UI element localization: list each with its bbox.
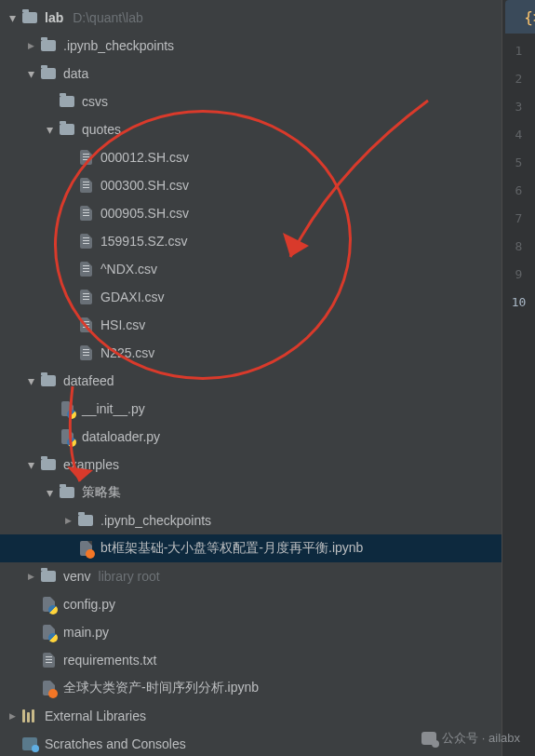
chevron-right-icon[interactable] bbox=[22, 568, 39, 585]
file-icon bbox=[76, 176, 95, 195]
tree-label: 000905.SH.csv bbox=[100, 206, 189, 221]
gutter-line-number: 8 bbox=[502, 233, 535, 261]
tree-label: requirements.txt bbox=[63, 653, 156, 668]
tree-item-file[interactable]: ^NDX.csv bbox=[0, 255, 502, 283]
tree-label: venv bbox=[63, 569, 91, 584]
tree-item-datafeed[interactable]: datafeed bbox=[0, 367, 502, 395]
chevron-down-icon[interactable] bbox=[22, 65, 39, 82]
tree-item-data[interactable]: data bbox=[0, 60, 502, 88]
editor-tab-badge[interactable]: {> bbox=[505, 0, 535, 34]
tree-label: main.py bbox=[63, 625, 109, 640]
tree-item-file[interactable]: N225.csv bbox=[0, 339, 502, 367]
tree-item-file[interactable]: 全球大类资产-时间序列分析.ipynb bbox=[0, 674, 502, 702]
tree-label: datafeed bbox=[63, 373, 114, 388]
tree-label: ^NDX.csv bbox=[100, 262, 157, 277]
tree-label: quotes bbox=[82, 122, 121, 137]
tree-label: GDAXI.csv bbox=[100, 290, 164, 304]
tree-label: bt框架基础-大小盘等权配置-月度再平衡.ipynb bbox=[100, 540, 363, 557]
gutter-line-number: 10 bbox=[502, 289, 535, 317]
tree-item-file[interactable]: 000905.SH.csv bbox=[0, 199, 502, 227]
tree-label: csvs bbox=[82, 94, 108, 109]
gutter-line-number: 2 bbox=[502, 65, 535, 93]
tree-label: data bbox=[63, 66, 88, 81]
tree-item-file[interactable]: config.py bbox=[0, 590, 502, 618]
scratches-icon bbox=[20, 735, 39, 753]
file-icon bbox=[76, 344, 95, 362]
watermark-text: 公众号 · ailabx bbox=[442, 730, 520, 747]
tree-label: lab bbox=[45, 10, 63, 25]
tree-root-lab[interactable]: lab D:\quant\lab bbox=[0, 4, 502, 32]
file-icon bbox=[39, 651, 58, 669]
tree-item-external-libraries[interactable]: External Libraries bbox=[0, 702, 502, 730]
tree-label: 000300.SH.csv bbox=[100, 178, 189, 193]
file-icon bbox=[76, 316, 95, 334]
file-icon bbox=[76, 232, 95, 250]
no-arrow bbox=[41, 93, 58, 110]
watermark: 公众号 · ailabx bbox=[421, 730, 520, 747]
editor-gutter: {> 12345678910 bbox=[502, 0, 535, 756]
tree-item-file[interactable]: HSI.csv bbox=[0, 311, 502, 339]
tree-item-quotes[interactable]: quotes bbox=[0, 115, 502, 143]
folder-icon bbox=[39, 36, 58, 55]
jupyter-file-icon bbox=[76, 539, 95, 558]
python-file-icon bbox=[39, 595, 58, 614]
tree-item-file[interactable]: __init__.py bbox=[0, 395, 502, 423]
folder-icon bbox=[20, 8, 39, 27]
tree-label: examples bbox=[63, 457, 119, 472]
gutter-line-number: 7 bbox=[502, 205, 535, 233]
chevron-down-icon[interactable] bbox=[4, 9, 20, 26]
tree-item-file[interactable]: 000012.SH.csv bbox=[0, 143, 502, 171]
tree-label: .ipynb_checkpoints bbox=[100, 513, 211, 528]
folder-icon bbox=[58, 92, 76, 111]
gutter-line-number: 3 bbox=[502, 93, 535, 121]
tree-label: 策略集 bbox=[82, 484, 121, 501]
tree-item-examples[interactable]: examples bbox=[0, 451, 502, 479]
file-icon bbox=[76, 148, 95, 167]
gutter-line-number: 5 bbox=[502, 149, 535, 177]
jupyter-file-icon bbox=[39, 679, 58, 697]
chevron-down-icon[interactable] bbox=[22, 372, 39, 389]
chevron-down-icon[interactable] bbox=[41, 484, 58, 501]
tree-item-strategies[interactable]: 策略集 bbox=[0, 479, 502, 506]
tree-label: .ipynb_checkpoints bbox=[63, 38, 174, 53]
folder-icon bbox=[39, 64, 58, 83]
chevron-down-icon[interactable] bbox=[41, 121, 58, 138]
chevron-right-icon[interactable] bbox=[4, 708, 20, 724]
tree-label: 159915.SZ.csv bbox=[100, 234, 187, 249]
folder-icon bbox=[76, 511, 95, 530]
tree-label: 000012.SH.csv bbox=[100, 150, 189, 165]
tree-label: External Libraries bbox=[45, 709, 146, 723]
gutter-line-number: 1 bbox=[502, 37, 535, 65]
chevron-right-icon[interactable] bbox=[22, 37, 39, 54]
wechat-icon bbox=[421, 732, 436, 745]
file-icon bbox=[76, 204, 95, 223]
tree-item-file[interactable]: 159915.SZ.csv bbox=[0, 227, 502, 255]
folder-icon bbox=[39, 567, 58, 586]
braces-icon: {> bbox=[524, 8, 535, 26]
tree-item-file[interactable]: requirements.txt bbox=[0, 646, 502, 674]
chevron-down-icon[interactable] bbox=[22, 456, 39, 473]
folder-icon bbox=[58, 483, 76, 502]
tree-item-ipynb-checkpoints-sub[interactable]: .ipynb_checkpoints bbox=[0, 506, 502, 534]
folder-icon bbox=[39, 371, 58, 390]
tree-item-ipynb-checkpoints[interactable]: .ipynb_checkpoints bbox=[0, 32, 502, 60]
tree-item-csvs[interactable]: csvs bbox=[0, 88, 502, 115]
project-tree-panel: lab D:\quant\lab .ipynb_checkpoints data… bbox=[0, 0, 502, 756]
chevron-right-icon[interactable] bbox=[60, 512, 76, 529]
tree-label: config.py bbox=[63, 597, 115, 612]
tree-label: N225.csv bbox=[100, 345, 154, 360]
tree-label: HSI.csv bbox=[100, 317, 145, 332]
gutter-line-number: 6 bbox=[502, 177, 535, 205]
tree-item-file[interactable]: dataloader.py bbox=[0, 423, 502, 451]
tree-item-file[interactable]: 000300.SH.csv bbox=[0, 171, 502, 199]
tree-path-hint: D:\quant\lab bbox=[73, 10, 143, 25]
tree-item-bt-notebook[interactable]: bt框架基础-大小盘等权配置-月度再平衡.ipynb bbox=[0, 534, 502, 562]
tree-label: 全球大类资产-时间序列分析.ipynb bbox=[63, 680, 259, 696]
tree-item-venv[interactable]: venv library root bbox=[0, 562, 502, 590]
tree-label: __init__.py bbox=[82, 401, 145, 416]
python-file-icon bbox=[58, 399, 76, 418]
tree-item-file[interactable]: GDAXI.csv bbox=[0, 283, 502, 311]
tree-item-file[interactable]: main.py bbox=[0, 618, 502, 646]
tree-label: Scratches and Consoles bbox=[45, 736, 186, 751]
gutter-line-number: 4 bbox=[502, 121, 535, 149]
